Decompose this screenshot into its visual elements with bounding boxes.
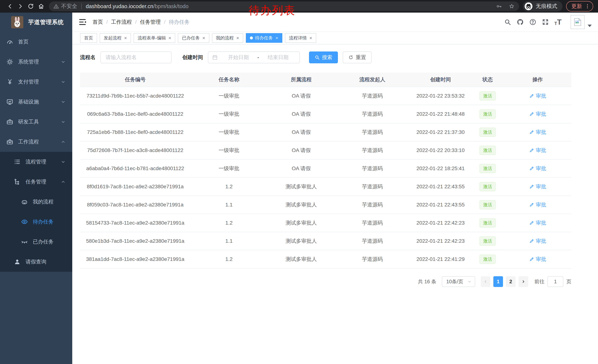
close-icon[interactable]: ×: [309, 36, 312, 40]
task-name-cell: 一级审批: [191, 147, 267, 154]
github-icon[interactable]: [514, 16, 526, 28]
created-time-cell: 2022-01-21 22:41:29: [410, 256, 471, 262]
approve-link[interactable]: 审批: [529, 92, 546, 99]
close-icon[interactable]: ×: [124, 36, 127, 40]
sidebar-menu: 首页系统管理支付管理基础设施研发工具工作流程流程管理任务管理我的流程待办任务已办…: [0, 32, 72, 272]
approve-link[interactable]: 审批: [529, 238, 546, 245]
bookmark-star-icon[interactable]: [509, 3, 515, 9]
reset-button[interactable]: 重置: [343, 51, 372, 63]
table-row: 73211d9d-7b9b-11ec-b5b7-acde48001122一级审批…: [80, 87, 571, 105]
annotation-overlay: 待办列表: [249, 3, 295, 18]
sidebar-item[interactable]: 基础设施: [0, 92, 72, 112]
search-icon[interactable]: [501, 16, 514, 28]
home-icon[interactable]: [36, 1, 46, 11]
date-range-picker[interactable]: 开始日期 - 结束日期: [208, 51, 300, 63]
process-name-input[interactable]: [100, 51, 172, 63]
browser-chrome: 不安全 dashboard.yudao.iocoder.cn /bpm/task…: [0, 0, 598, 13]
col-task-id: 任务编号: [80, 76, 191, 83]
sidebar-item[interactable]: 任务管理: [0, 172, 72, 192]
next-page-button[interactable]: [519, 276, 528, 287]
page-2-button[interactable]: 2: [506, 276, 515, 287]
approve-link[interactable]: 审批: [529, 165, 546, 172]
avatar[interactable]: [571, 15, 585, 29]
sidebar-item[interactable]: 首页: [0, 32, 72, 52]
sidebar-item-label: 系统管理: [18, 58, 39, 65]
close-icon[interactable]: ×: [236, 36, 239, 40]
actions-cell: 审批: [504, 256, 571, 263]
starter-cell: 芋道源码: [335, 201, 410, 208]
created-time-cell: 2022-01-21 22:43:55: [410, 202, 471, 208]
avatar-dropdown-caret[interactable]: [588, 25, 592, 27]
prev-page-button[interactable]: [481, 276, 490, 287]
end-date-placeholder: 结束日期: [261, 54, 296, 61]
starter-cell: 芋道源码: [335, 165, 410, 172]
tab[interactable]: 已办任务×: [178, 33, 209, 43]
status-badge: 激活: [479, 146, 496, 155]
goto-page-input[interactable]: [548, 276, 563, 287]
broken-image-icon: [573, 17, 582, 27]
approve-link[interactable]: 审批: [529, 201, 546, 208]
close-icon[interactable]: ×: [168, 36, 171, 40]
edit-pen-icon: [529, 166, 534, 171]
status-cell: 激活: [471, 146, 504, 155]
update-label: 更新: [571, 3, 582, 10]
sidebar-item[interactable]: 流程管理: [0, 152, 72, 172]
approve-link[interactable]: 审批: [529, 219, 546, 226]
sidebar-item[interactable]: 我的流程: [0, 192, 72, 212]
approve-link[interactable]: 审批: [529, 147, 546, 154]
close-icon[interactable]: ×: [275, 36, 278, 40]
page-1-button[interactable]: 1: [493, 276, 503, 287]
reload-icon[interactable]: [25, 1, 36, 11]
sidebar-item[interactable]: 系统管理: [0, 52, 72, 72]
font-size-icon[interactable]: TT: [552, 16, 564, 28]
task-id-cell: 8f0d1619-7ac8-11ec-a9e2-a2380e71991a: [80, 184, 191, 190]
sidebar-item[interactable]: 工作流程: [0, 132, 72, 152]
actions-cell: 审批: [504, 147, 571, 154]
page-size-select[interactable]: 10条/页: [442, 276, 475, 287]
tab[interactable]: 待办任务×: [246, 33, 282, 43]
gauge-icon: [6, 38, 13, 45]
approve-link-label: 审批: [536, 147, 546, 154]
collapse-sidebar-icon[interactable]: [79, 18, 87, 26]
approve-link[interactable]: 审批: [529, 183, 546, 190]
back-icon[interactable]: [5, 1, 15, 11]
created-time-cell: 2022-01-21 22:42:23: [410, 220, 471, 226]
tab[interactable]: 流程详情×: [285, 33, 316, 43]
sidebar-item[interactable]: 支付管理: [0, 72, 72, 92]
status-cell: 激活: [471, 236, 504, 246]
sidebar-item[interactable]: 请假查询: [0, 252, 72, 272]
process-name-cell: 测试多审批人: [267, 219, 335, 226]
approve-link[interactable]: 审批: [529, 256, 546, 263]
breadcrumb: 首页 / 工作流程 / 任务管理 / 待办任务: [93, 18, 190, 25]
starter-cell: 芋道源码: [335, 238, 410, 245]
sidebar-item[interactable]: 已办任务: [0, 232, 72, 252]
actions-cell: 审批: [504, 165, 571, 172]
forward-icon[interactable]: [15, 1, 25, 11]
tab-label: 我的流程: [216, 35, 234, 41]
edit-pen-icon: [529, 239, 534, 244]
fullscreen-icon[interactable]: [539, 16, 552, 28]
password-key-icon[interactable]: [496, 3, 502, 9]
breadcrumb-workflow[interactable]: 工作流程: [111, 18, 132, 25]
sidebar-item[interactable]: 待办任务: [0, 212, 72, 232]
approve-link[interactable]: 审批: [529, 111, 546, 118]
breadcrumb-home[interactable]: 首页: [93, 18, 103, 25]
status-cell: 激活: [471, 218, 504, 227]
approve-link[interactable]: 审批: [529, 129, 546, 136]
update-button[interactable]: 更新: [566, 1, 593, 11]
task-id-cell: a6aba0a4-7b6d-11ec-b781-acde48001122: [80, 166, 191, 171]
status-badge: 激活: [479, 182, 496, 191]
tab-label: 已办任务: [182, 35, 200, 41]
created-time-cell: 2022-01-21 22:42:23: [410, 238, 471, 244]
table-row: 8f0d1619-7ac8-11ec-a9e2-a2380e71991a1.2测…: [80, 178, 571, 196]
tab[interactable]: 首页: [80, 33, 97, 43]
tab[interactable]: 发起流程×: [100, 33, 131, 43]
search-button[interactable]: 搜索: [309, 51, 338, 63]
browser-menu-icon[interactable]: [585, 4, 590, 9]
breadcrumb-task-mgmt[interactable]: 任务管理: [140, 18, 161, 25]
close-icon[interactable]: ×: [202, 36, 205, 40]
tab[interactable]: 我的流程×: [212, 33, 243, 43]
tab[interactable]: 流程表单-编辑×: [133, 33, 175, 43]
sidebar-item[interactable]: 研发工具: [0, 112, 72, 132]
help-icon[interactable]: [526, 16, 539, 28]
